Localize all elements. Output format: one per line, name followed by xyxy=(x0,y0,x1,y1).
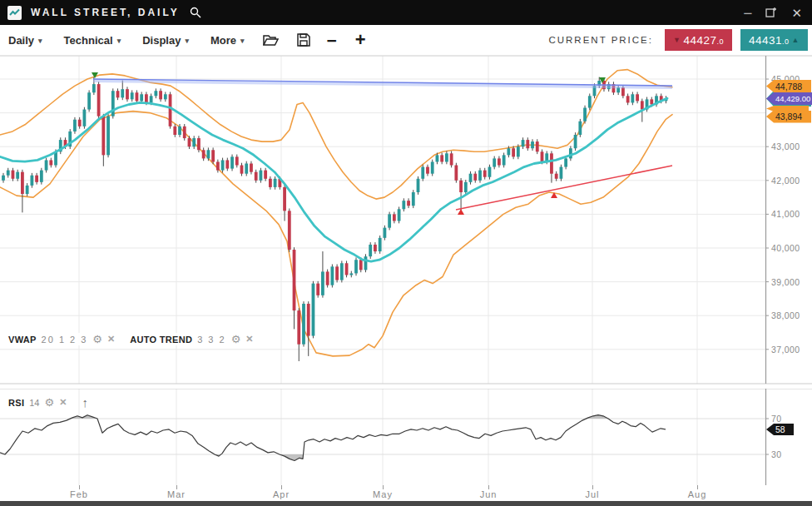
window-bottom-edge xyxy=(0,501,812,506)
price-axis-label: 42,000 xyxy=(771,176,800,186)
month-axis-label: Mar xyxy=(162,489,191,499)
menu-timeframe[interactable]: Daily ▾ xyxy=(8,34,42,47)
rsi-indicator-label: RSI xyxy=(8,398,24,408)
buy-price-button[interactable]: 44431 .0 ▲ xyxy=(740,29,808,51)
buy-price-decimal: .0 xyxy=(782,37,790,46)
chevron-down-icon: ▾ xyxy=(117,37,121,45)
month-axis-label: Feb xyxy=(65,489,93,499)
menu-technical-label: Technical xyxy=(64,34,113,47)
open-folder-icon[interactable] xyxy=(263,34,279,47)
title-bar: WALL STREET, DAILY ─ ✕ xyxy=(0,0,812,25)
price-axis-label: 37,000 xyxy=(771,345,800,355)
current-price-group: CURRENT PRICE: ▼ 44427 .0 44431 .0 ▲ xyxy=(548,29,808,51)
price-axis-label: 39,000 xyxy=(771,277,800,287)
sell-price-button[interactable]: ▼ 44427 .0 xyxy=(665,29,732,51)
vwap-remove-icon[interactable]: ✕ xyxy=(107,335,115,344)
month-axis-label: Aug xyxy=(683,489,711,499)
month-axis-label: May xyxy=(369,489,397,499)
chevron-down-icon: ▾ xyxy=(240,37,245,45)
search-icon[interactable] xyxy=(190,7,201,18)
bollinger-lower-tag: 43,894 xyxy=(766,111,811,123)
menu-timeframe-label: Daily xyxy=(8,34,34,47)
rsi-settings-gear-icon[interactable]: ⚙ xyxy=(45,397,55,408)
chart-toolbar: Daily ▾ Technical ▾ Display ▾ More ▾ − +… xyxy=(0,25,812,56)
menu-more[interactable]: More ▾ xyxy=(210,34,245,47)
price-axis-label: 43,000 xyxy=(771,141,800,151)
current-price-label: CURRENT PRICE: xyxy=(548,35,653,45)
zoom-out-button[interactable]: − xyxy=(327,32,337,49)
minimize-button[interactable]: ─ xyxy=(744,7,751,18)
rsi-move-up-icon[interactable]: ↑ xyxy=(82,396,88,409)
vwap-indicator-params: 20 1 2 3 xyxy=(42,335,88,345)
zoom-in-button[interactable]: + xyxy=(355,31,366,49)
autotrend-indicator-label: AUTO TREND xyxy=(130,335,192,345)
month-axis-label: Jul xyxy=(578,489,607,499)
month-axis-label: Jun xyxy=(474,489,503,499)
overlay-indicator-row: VWAP 20 1 2 3 ⚙ ✕ AUTO TREND 3 3 2 ⚙ ✕ xyxy=(7,333,255,345)
menu-more-label: More xyxy=(210,34,236,47)
price-up-arrow-icon: ▲ xyxy=(792,37,800,44)
autotrend-remove-icon[interactable]: ✕ xyxy=(245,335,253,344)
rsi-axis-label: 30 xyxy=(771,449,781,459)
save-icon[interactable] xyxy=(297,33,310,47)
vwap-settings-gear-icon[interactable]: ⚙ xyxy=(92,334,102,345)
bollinger-upper-tag: 44,788 xyxy=(766,80,811,92)
chevron-down-icon: ▾ xyxy=(185,37,189,45)
chevron-down-icon: ▾ xyxy=(38,37,42,45)
rsi-pane[interactable] xyxy=(0,389,812,485)
menu-display-label: Display xyxy=(142,34,181,47)
price-down-arrow-icon: ▼ xyxy=(673,37,681,44)
price-axis-label: 41,000 xyxy=(771,209,800,219)
window-title: WALL STREET, DAILY xyxy=(31,7,180,18)
app-logo-icon xyxy=(7,6,22,20)
month-axis-label: Apr xyxy=(267,489,295,499)
popout-button[interactable] xyxy=(765,7,777,19)
rsi-indicator-row: RSI 14 ⚙ ✕ ↑ xyxy=(7,396,88,409)
sell-price-value: 44427 xyxy=(683,34,716,47)
price-axis-label: 40,000 xyxy=(771,243,800,253)
autotrend-indicator-params: 3 3 2 xyxy=(197,335,225,345)
buy-price-value: 44431 xyxy=(749,34,782,47)
vwap-price-tag: 44,429.00 xyxy=(766,92,812,105)
trading-chart-window: WALL STREET, DAILY ─ ✕ Daily ▾ Technical… xyxy=(0,0,812,506)
rsi-remove-icon[interactable]: ✕ xyxy=(59,398,67,407)
menu-technical[interactable]: Technical ▾ xyxy=(64,34,121,47)
menu-display[interactable]: Display ▾ xyxy=(142,34,189,47)
rsi-axis-label: 70 xyxy=(771,414,781,424)
close-button[interactable]: ✕ xyxy=(791,7,802,19)
sell-price-decimal: .0 xyxy=(716,37,724,46)
price-chart-canvas[interactable]: VWAP 20 1 2 3 ⚙ ✕ AUTO TREND 3 3 2 ⚙ ✕ R… xyxy=(0,55,812,506)
autotrend-settings-gear-icon[interactable]: ⚙ xyxy=(231,334,241,345)
rsi-indicator-params: 14 xyxy=(29,398,39,408)
price-axis-label: 38,000 xyxy=(771,310,800,320)
vwap-indicator-label: VWAP xyxy=(8,335,37,345)
